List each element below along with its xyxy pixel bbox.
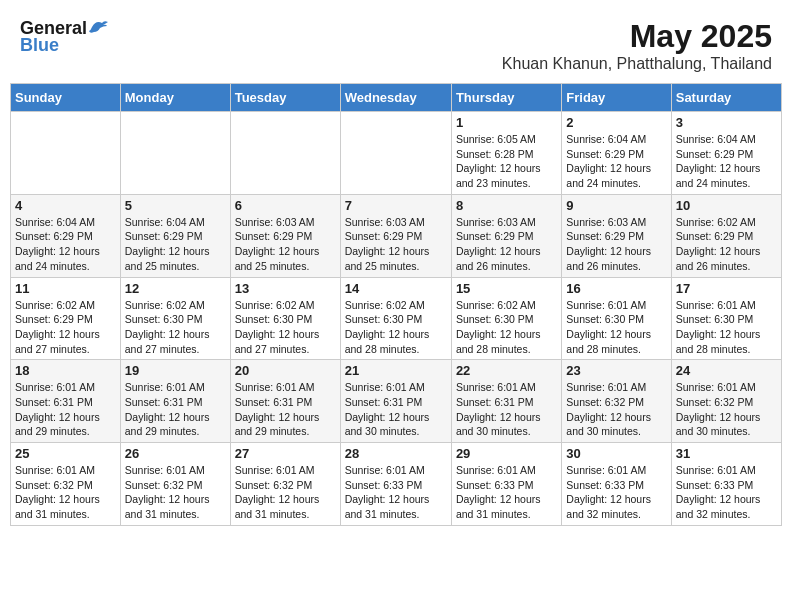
day-number: 18 bbox=[15, 363, 116, 378]
calendar-cell: 17Sunrise: 6:01 AM Sunset: 6:30 PM Dayli… bbox=[671, 277, 781, 360]
calendar-cell: 25Sunrise: 6:01 AM Sunset: 6:32 PM Dayli… bbox=[11, 443, 121, 526]
day-number: 2 bbox=[566, 115, 666, 130]
day-number: 16 bbox=[566, 281, 666, 296]
cell-info: Sunrise: 6:01 AM Sunset: 6:30 PM Dayligh… bbox=[566, 298, 666, 357]
day-number: 19 bbox=[125, 363, 226, 378]
day-of-week-header: Saturday bbox=[671, 84, 781, 112]
cell-info: Sunrise: 6:01 AM Sunset: 6:33 PM Dayligh… bbox=[566, 463, 666, 522]
calendar-cell: 4Sunrise: 6:04 AM Sunset: 6:29 PM Daylig… bbox=[11, 194, 121, 277]
cell-info: Sunrise: 6:01 AM Sunset: 6:32 PM Dayligh… bbox=[676, 380, 777, 439]
day-number: 1 bbox=[456, 115, 557, 130]
day-number: 3 bbox=[676, 115, 777, 130]
calendar-cell: 23Sunrise: 6:01 AM Sunset: 6:32 PM Dayli… bbox=[562, 360, 671, 443]
day-number: 13 bbox=[235, 281, 336, 296]
cell-info: Sunrise: 6:02 AM Sunset: 6:30 PM Dayligh… bbox=[456, 298, 557, 357]
day-number: 15 bbox=[456, 281, 557, 296]
page-header: General Blue May 2025 Khuan Khanun, Phat… bbox=[10, 10, 782, 77]
day-number: 11 bbox=[15, 281, 116, 296]
calendar-cell: 6Sunrise: 6:03 AM Sunset: 6:29 PM Daylig… bbox=[230, 194, 340, 277]
cell-info: Sunrise: 6:04 AM Sunset: 6:29 PM Dayligh… bbox=[676, 132, 777, 191]
cell-info: Sunrise: 6:01 AM Sunset: 6:31 PM Dayligh… bbox=[345, 380, 447, 439]
day-number: 17 bbox=[676, 281, 777, 296]
calendar-cell: 14Sunrise: 6:02 AM Sunset: 6:30 PM Dayli… bbox=[340, 277, 451, 360]
calendar-cell: 28Sunrise: 6:01 AM Sunset: 6:33 PM Dayli… bbox=[340, 443, 451, 526]
calendar-week-row: 1Sunrise: 6:05 AM Sunset: 6:28 PM Daylig… bbox=[11, 112, 782, 195]
calendar-cell bbox=[11, 112, 121, 195]
month-title: May 2025 bbox=[502, 18, 772, 55]
calendar-cell: 2Sunrise: 6:04 AM Sunset: 6:29 PM Daylig… bbox=[562, 112, 671, 195]
logo: General Blue bbox=[20, 18, 110, 56]
cell-info: Sunrise: 6:02 AM Sunset: 6:29 PM Dayligh… bbox=[15, 298, 116, 357]
calendar-cell: 11Sunrise: 6:02 AM Sunset: 6:29 PM Dayli… bbox=[11, 277, 121, 360]
calendar-cell bbox=[120, 112, 230, 195]
calendar-cell: 15Sunrise: 6:02 AM Sunset: 6:30 PM Dayli… bbox=[451, 277, 561, 360]
calendar-table: SundayMondayTuesdayWednesdayThursdayFrid… bbox=[10, 83, 782, 526]
day-number: 23 bbox=[566, 363, 666, 378]
day-number: 8 bbox=[456, 198, 557, 213]
calendar-cell bbox=[340, 112, 451, 195]
calendar-cell: 27Sunrise: 6:01 AM Sunset: 6:32 PM Dayli… bbox=[230, 443, 340, 526]
day-number: 28 bbox=[345, 446, 447, 461]
calendar-cell: 8Sunrise: 6:03 AM Sunset: 6:29 PM Daylig… bbox=[451, 194, 561, 277]
calendar-cell: 1Sunrise: 6:05 AM Sunset: 6:28 PM Daylig… bbox=[451, 112, 561, 195]
calendar-cell: 3Sunrise: 6:04 AM Sunset: 6:29 PM Daylig… bbox=[671, 112, 781, 195]
day-number: 4 bbox=[15, 198, 116, 213]
day-of-week-header: Sunday bbox=[11, 84, 121, 112]
calendar-cell: 22Sunrise: 6:01 AM Sunset: 6:31 PM Dayli… bbox=[451, 360, 561, 443]
cell-info: Sunrise: 6:01 AM Sunset: 6:31 PM Dayligh… bbox=[15, 380, 116, 439]
calendar-cell: 10Sunrise: 6:02 AM Sunset: 6:29 PM Dayli… bbox=[671, 194, 781, 277]
cell-info: Sunrise: 6:02 AM Sunset: 6:30 PM Dayligh… bbox=[125, 298, 226, 357]
day-number: 14 bbox=[345, 281, 447, 296]
day-of-week-header: Wednesday bbox=[340, 84, 451, 112]
cell-info: Sunrise: 6:01 AM Sunset: 6:33 PM Dayligh… bbox=[676, 463, 777, 522]
day-number: 6 bbox=[235, 198, 336, 213]
logo-bird-icon bbox=[88, 18, 110, 36]
day-number: 7 bbox=[345, 198, 447, 213]
day-number: 21 bbox=[345, 363, 447, 378]
calendar-cell: 26Sunrise: 6:01 AM Sunset: 6:32 PM Dayli… bbox=[120, 443, 230, 526]
cell-info: Sunrise: 6:01 AM Sunset: 6:32 PM Dayligh… bbox=[15, 463, 116, 522]
calendar-week-row: 25Sunrise: 6:01 AM Sunset: 6:32 PM Dayli… bbox=[11, 443, 782, 526]
day-number: 12 bbox=[125, 281, 226, 296]
cell-info: Sunrise: 6:04 AM Sunset: 6:29 PM Dayligh… bbox=[566, 132, 666, 191]
calendar-cell: 31Sunrise: 6:01 AM Sunset: 6:33 PM Dayli… bbox=[671, 443, 781, 526]
day-number: 9 bbox=[566, 198, 666, 213]
title-block: May 2025 Khuan Khanun, Phatthalung, Thai… bbox=[502, 18, 772, 73]
cell-info: Sunrise: 6:03 AM Sunset: 6:29 PM Dayligh… bbox=[456, 215, 557, 274]
cell-info: Sunrise: 6:01 AM Sunset: 6:33 PM Dayligh… bbox=[345, 463, 447, 522]
cell-info: Sunrise: 6:03 AM Sunset: 6:29 PM Dayligh… bbox=[345, 215, 447, 274]
day-of-week-header: Thursday bbox=[451, 84, 561, 112]
calendar-cell: 5Sunrise: 6:04 AM Sunset: 6:29 PM Daylig… bbox=[120, 194, 230, 277]
calendar-week-row: 11Sunrise: 6:02 AM Sunset: 6:29 PM Dayli… bbox=[11, 277, 782, 360]
calendar-cell: 7Sunrise: 6:03 AM Sunset: 6:29 PM Daylig… bbox=[340, 194, 451, 277]
logo-blue-text: Blue bbox=[20, 35, 59, 56]
cell-info: Sunrise: 6:02 AM Sunset: 6:29 PM Dayligh… bbox=[676, 215, 777, 274]
calendar-week-row: 18Sunrise: 6:01 AM Sunset: 6:31 PM Dayli… bbox=[11, 360, 782, 443]
calendar-cell: 30Sunrise: 6:01 AM Sunset: 6:33 PM Dayli… bbox=[562, 443, 671, 526]
day-number: 24 bbox=[676, 363, 777, 378]
cell-info: Sunrise: 6:01 AM Sunset: 6:32 PM Dayligh… bbox=[235, 463, 336, 522]
day-number: 25 bbox=[15, 446, 116, 461]
day-number: 22 bbox=[456, 363, 557, 378]
cell-info: Sunrise: 6:01 AM Sunset: 6:32 PM Dayligh… bbox=[125, 463, 226, 522]
calendar-cell: 20Sunrise: 6:01 AM Sunset: 6:31 PM Dayli… bbox=[230, 360, 340, 443]
day-of-week-header: Friday bbox=[562, 84, 671, 112]
cell-info: Sunrise: 6:01 AM Sunset: 6:32 PM Dayligh… bbox=[566, 380, 666, 439]
day-number: 27 bbox=[235, 446, 336, 461]
cell-info: Sunrise: 6:03 AM Sunset: 6:29 PM Dayligh… bbox=[566, 215, 666, 274]
cell-info: Sunrise: 6:01 AM Sunset: 6:30 PM Dayligh… bbox=[676, 298, 777, 357]
cell-info: Sunrise: 6:04 AM Sunset: 6:29 PM Dayligh… bbox=[125, 215, 226, 274]
cell-info: Sunrise: 6:01 AM Sunset: 6:31 PM Dayligh… bbox=[235, 380, 336, 439]
calendar-cell: 9Sunrise: 6:03 AM Sunset: 6:29 PM Daylig… bbox=[562, 194, 671, 277]
day-number: 5 bbox=[125, 198, 226, 213]
day-of-week-header: Tuesday bbox=[230, 84, 340, 112]
location-title: Khuan Khanun, Phatthalung, Thailand bbox=[502, 55, 772, 73]
day-number: 30 bbox=[566, 446, 666, 461]
day-of-week-header: Monday bbox=[120, 84, 230, 112]
cell-info: Sunrise: 6:05 AM Sunset: 6:28 PM Dayligh… bbox=[456, 132, 557, 191]
calendar-cell: 18Sunrise: 6:01 AM Sunset: 6:31 PM Dayli… bbox=[11, 360, 121, 443]
day-number: 29 bbox=[456, 446, 557, 461]
cell-info: Sunrise: 6:02 AM Sunset: 6:30 PM Dayligh… bbox=[345, 298, 447, 357]
calendar-cell: 19Sunrise: 6:01 AM Sunset: 6:31 PM Dayli… bbox=[120, 360, 230, 443]
calendar-week-row: 4Sunrise: 6:04 AM Sunset: 6:29 PM Daylig… bbox=[11, 194, 782, 277]
